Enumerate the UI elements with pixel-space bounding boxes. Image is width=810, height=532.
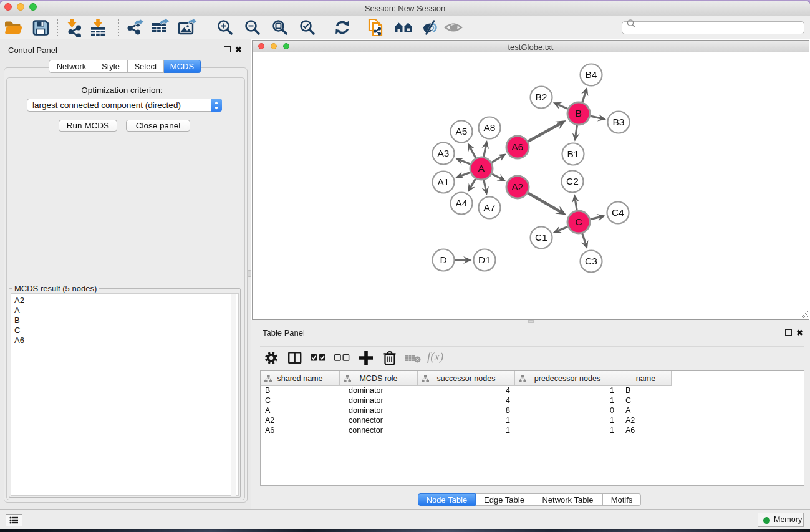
svg-text:A1: A1 (438, 177, 450, 187)
svg-text:A5: A5 (456, 126, 468, 137)
svg-text:A8: A8 (484, 122, 496, 133)
svg-text:B3: B3 (613, 117, 625, 127)
svg-text:A7: A7 (484, 202, 496, 213)
svg-text:A2: A2 (512, 181, 524, 192)
svg-text:C4: C4 (612, 207, 624, 218)
svg-text:C3: C3 (585, 256, 597, 266)
svg-text:A4: A4 (456, 198, 468, 208)
svg-text:C1: C1 (535, 232, 547, 243)
svg-text:B2: B2 (536, 92, 547, 102)
svg-text:A3: A3 (438, 148, 450, 158)
svg-text:D: D (440, 254, 446, 265)
svg-text:A6: A6 (512, 142, 524, 152)
svg-text:C2: C2 (566, 176, 579, 186)
svg-text:C: C (575, 216, 582, 227)
svg-text:A: A (478, 163, 485, 173)
svg-text:B: B (576, 108, 582, 118)
svg-text:D1: D1 (478, 254, 491, 265)
svg-text:B1: B1 (567, 148, 579, 159)
svg-text:B4: B4 (586, 69, 597, 80)
